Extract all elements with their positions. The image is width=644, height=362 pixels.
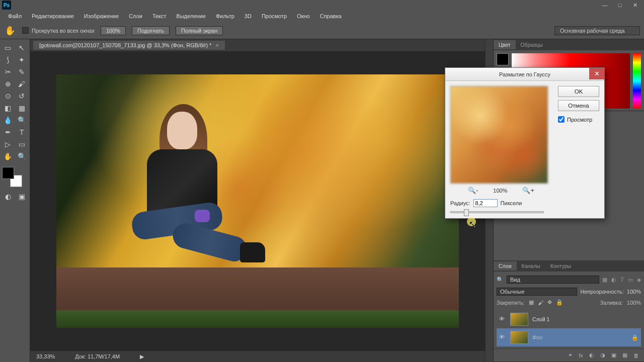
dialog-close-button[interactable]: ✕ bbox=[589, 68, 604, 79]
eraser-tool[interactable]: ◧ bbox=[2, 103, 14, 114]
menu-help[interactable]: Справка bbox=[316, 12, 346, 20]
opacity-label: Непрозрачность: bbox=[580, 289, 623, 295]
menu-select[interactable]: Выделение bbox=[173, 12, 210, 20]
screenmode-button[interactable]: ▣ bbox=[16, 191, 28, 202]
trash-icon[interactable]: 🗑 bbox=[633, 352, 639, 358]
gradient-tool[interactable]: ▦ bbox=[16, 103, 28, 114]
wand-tool[interactable]: ✦ bbox=[16, 54, 28, 65]
opacity-value[interactable]: 100% bbox=[627, 289, 641, 295]
marquee-tool[interactable]: ▭ bbox=[2, 42, 14, 53]
layer-thumbnail[interactable] bbox=[510, 331, 528, 344]
status-arrow-icon[interactable]: ▶ bbox=[140, 353, 144, 360]
crop-tool[interactable]: ✂ bbox=[2, 66, 14, 77]
layer-name[interactable]: Слой 1 bbox=[532, 316, 549, 322]
zoom-in-icon[interactable]: 🔍+ bbox=[522, 187, 534, 194]
foreground-color[interactable] bbox=[2, 167, 14, 179]
mask-icon[interactable]: ◐ bbox=[589, 352, 594, 358]
new-layer-icon[interactable]: ▦ bbox=[622, 352, 627, 358]
radius-slider[interactable] bbox=[450, 211, 544, 213]
blur-preview[interactable] bbox=[450, 86, 548, 184]
fx-icon[interactable]: fx bbox=[579, 352, 583, 358]
slider-thumb[interactable] bbox=[464, 209, 469, 216]
filter-icon[interactable]: T bbox=[620, 277, 624, 283]
dialog-titlebar[interactable]: Размытие по Гауссу ✕ bbox=[445, 68, 604, 81]
layer-name[interactable]: Фон bbox=[532, 334, 542, 340]
fill-label: Заливка: bbox=[600, 300, 622, 306]
pen-tool[interactable]: ✒ bbox=[2, 127, 14, 138]
shape-tool[interactable]: ▭ bbox=[16, 139, 28, 150]
adjust-icon[interactable]: ◑ bbox=[600, 352, 605, 358]
close-button[interactable]: ✕ bbox=[628, 1, 642, 9]
visibility-icon[interactable]: 👁 bbox=[499, 334, 506, 341]
lock-all-icon[interactable]: 🔒 bbox=[556, 299, 563, 306]
menu-view[interactable]: Просмотр bbox=[258, 12, 291, 20]
menu-text[interactable]: Текст bbox=[148, 12, 171, 20]
filter-icon[interactable]: ▦ bbox=[602, 277, 607, 283]
move-tool[interactable]: ↖ bbox=[16, 42, 28, 53]
document-tab[interactable]: [gotowall.com]20120107_150708_7133.jpg @… bbox=[33, 41, 225, 50]
preview-checkbox[interactable] bbox=[558, 116, 565, 123]
menu-filter[interactable]: Фильтр bbox=[212, 12, 238, 20]
filter-icon[interactable]: ◈ bbox=[637, 277, 641, 283]
stamp-tool[interactable]: ⊙ bbox=[2, 90, 14, 102]
scroll-all-label: Прокрутка во всех окнах bbox=[32, 28, 95, 34]
group-icon[interactable]: ▣ bbox=[611, 352, 616, 358]
path-tool[interactable]: ▷ bbox=[2, 139, 14, 150]
lock-pos-icon[interactable]: ✥ bbox=[547, 299, 552, 306]
heal-tool[interactable]: ⊕ bbox=[2, 78, 14, 89]
cancel-button[interactable]: Отмена bbox=[558, 100, 599, 111]
fit-button[interactable]: Подогнать bbox=[132, 26, 170, 35]
canvas-viewport[interactable] bbox=[30, 51, 485, 351]
menu-file[interactable]: Файл bbox=[4, 12, 26, 20]
color-swatch-box[interactable] bbox=[497, 53, 509, 65]
quickmask-button[interactable]: ◐ bbox=[2, 191, 14, 202]
lock-trans-icon[interactable]: ▦ bbox=[529, 299, 534, 306]
minimize-button[interactable]: — bbox=[598, 1, 612, 9]
brush-tool[interactable]: 🖌 bbox=[16, 78, 28, 89]
zoom-out-icon[interactable]: 🔍- bbox=[468, 187, 478, 194]
document-canvas[interactable] bbox=[56, 74, 459, 328]
menu-image[interactable]: Изображение bbox=[80, 12, 123, 20]
menu-3d[interactable]: 3D bbox=[240, 12, 256, 20]
tab-channels[interactable]: Каналы bbox=[517, 261, 545, 270]
history-brush-tool[interactable]: ↺ bbox=[16, 90, 28, 102]
app-logo: Ps bbox=[2, 1, 11, 10]
tab-swatches[interactable]: Образцы bbox=[516, 40, 548, 49]
menu-layers[interactable]: Слои bbox=[125, 12, 146, 20]
tab-paths[interactable]: Контуры bbox=[545, 261, 576, 270]
hue-strip[interactable] bbox=[633, 53, 641, 109]
maximize-button[interactable]: □ bbox=[613, 1, 627, 9]
layer-thumbnail[interactable] bbox=[510, 313, 528, 326]
blend-mode-dropdown[interactable]: Обычные bbox=[497, 288, 577, 296]
lasso-tool[interactable]: ⟆ bbox=[2, 54, 14, 65]
fill-value[interactable]: 100% bbox=[627, 300, 641, 306]
scroll-all-checkbox[interactable] bbox=[22, 27, 29, 34]
tab-color[interactable]: Цвет bbox=[494, 40, 516, 49]
lock-paint-icon[interactable]: 🖌 bbox=[538, 300, 543, 306]
filter-icon[interactable]: ▭ bbox=[628, 277, 633, 283]
menu-edit[interactable]: Редактирование bbox=[28, 12, 78, 20]
search-icon[interactable]: 🔍 bbox=[497, 277, 504, 283]
type-tool[interactable]: T bbox=[16, 127, 28, 138]
radius-input[interactable] bbox=[473, 199, 498, 207]
blur-tool[interactable]: 💧 bbox=[2, 115, 14, 126]
filter-icon[interactable]: ◐ bbox=[611, 277, 616, 283]
zoom-tool[interactable]: 🔍 bbox=[16, 151, 28, 162]
hand-tool[interactable]: ✋ bbox=[2, 151, 14, 162]
eyedropper-tool[interactable]: ✎ bbox=[16, 66, 28, 77]
status-bar: 33,33% Док: 11,7M/17,4M ▶ bbox=[30, 351, 485, 362]
workspace-dropdown[interactable]: Основная рабочая среда bbox=[554, 26, 640, 35]
visibility-icon[interactable]: 👁 bbox=[499, 316, 506, 323]
ok-button[interactable]: OK bbox=[558, 86, 599, 97]
fullscreen-button[interactable]: Полный экран bbox=[176, 26, 223, 35]
tab-layers[interactable]: Слои bbox=[494, 261, 517, 270]
menu-window[interactable]: Окно bbox=[293, 12, 314, 20]
link-icon[interactable]: ⚭ bbox=[568, 352, 573, 358]
zoom-100-button[interactable]: 100% bbox=[101, 26, 126, 35]
layer-row[interactable]: 👁 Фон 🔒 bbox=[497, 328, 641, 346]
tab-close-icon[interactable]: × bbox=[215, 42, 218, 48]
dodge-tool[interactable]: 🔍 bbox=[16, 115, 28, 126]
layer-row[interactable]: 👁 Слой 1 bbox=[497, 310, 641, 328]
color-swatch[interactable] bbox=[2, 167, 22, 187]
layer-kind-dropdown[interactable]: Вид bbox=[507, 276, 599, 284]
